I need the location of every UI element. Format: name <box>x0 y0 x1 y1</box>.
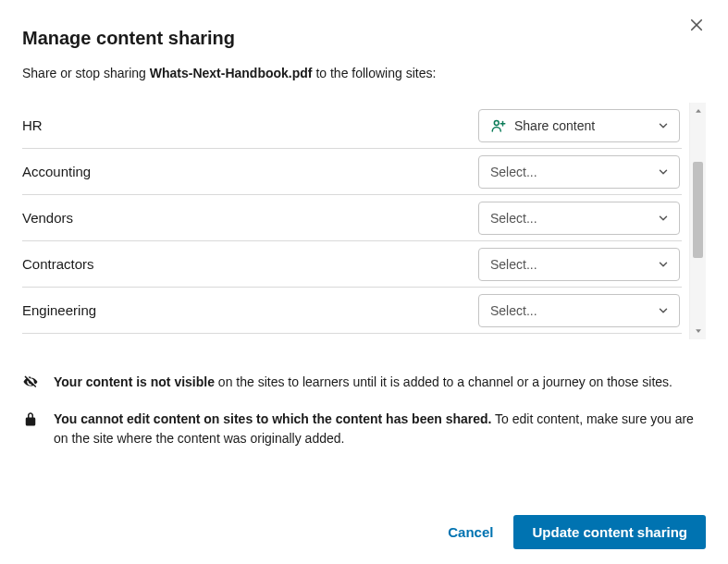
subtitle-filename: Whats-Next-Handbook.pdf <box>150 66 313 80</box>
site-row: Engineering Select... <box>22 288 682 334</box>
update-content-sharing-button[interactable]: Update content sharing <box>513 515 706 549</box>
select-value: Share content <box>514 118 595 133</box>
scroll-thumb[interactable] <box>693 162 703 258</box>
site-name: Contractors <box>22 256 94 272</box>
note-edit-lock: You cannot edit content on sites to whic… <box>22 410 706 448</box>
svg-marker-6 <box>696 329 701 333</box>
note-bold: Your content is not visible <box>54 374 215 389</box>
select-placeholder: Select... <box>490 257 537 272</box>
share-select[interactable]: Select... <box>478 202 680 235</box>
scroll-down-button[interactable] <box>690 323 706 339</box>
share-select[interactable]: Select... <box>478 248 680 281</box>
note-text: Your content is not visible on the sites… <box>54 373 672 395</box>
site-row: Contractors Select... <box>22 241 682 288</box>
dialog-footer: Cancel Update content sharing <box>22 506 706 553</box>
note-bold: You cannot edit content on sites to whic… <box>54 411 491 426</box>
subtitle-prefix: Share or stop sharing <box>22 66 150 80</box>
chevron-down-icon <box>657 119 670 132</box>
site-name: HR <box>22 117 43 133</box>
close-button[interactable] <box>684 13 709 39</box>
visibility-off-icon <box>22 373 41 395</box>
select-placeholder: Select... <box>490 303 537 318</box>
select-placeholder: Select... <box>490 211 537 226</box>
cancel-button[interactable]: Cancel <box>444 517 497 547</box>
manage-content-sharing-dialog: Manage content sharing Share or stop sha… <box>0 0 728 564</box>
site-list: HR Share content Accounting Se <box>22 103 682 339</box>
dialog-subtitle: Share or stop sharing Whats-Next-Handboo… <box>22 66 706 80</box>
note-text: You cannot edit content on sites to whic… <box>54 410 706 448</box>
site-row: Vendors Select... <box>22 195 682 241</box>
site-name: Engineering <box>22 302 96 318</box>
notes-section: Your content is not visible on the sites… <box>22 373 706 462</box>
chevron-down-icon <box>694 325 703 338</box>
site-row: Accounting Select... <box>22 149 682 195</box>
note-visibility: Your content is not visible on the sites… <box>22 373 706 395</box>
svg-marker-5 <box>696 108 701 112</box>
chevron-down-icon <box>657 166 670 178</box>
scrollbar[interactable] <box>689 103 706 339</box>
share-select[interactable]: Select... <box>478 155 680 189</box>
site-name: Accounting <box>22 164 91 179</box>
site-name: Vendors <box>22 210 73 226</box>
lock-icon <box>22 410 41 448</box>
dialog-title: Manage content sharing <box>22 28 706 49</box>
svg-point-2 <box>494 120 499 125</box>
share-select[interactable]: Share content <box>478 109 680 142</box>
chevron-up-icon <box>694 104 703 118</box>
scroll-up-button[interactable] <box>690 103 706 119</box>
chevron-down-icon <box>657 212 670 225</box>
subtitle-suffix: to the following sites: <box>313 66 437 80</box>
chevron-down-icon <box>657 304 670 317</box>
close-icon <box>688 17 705 36</box>
select-placeholder: Select... <box>490 165 537 179</box>
site-row: HR Share content <box>22 103 682 149</box>
site-list-container: HR Share content Accounting Se <box>22 103 706 339</box>
note-rest: on the sites to learners until it is add… <box>215 374 672 389</box>
chevron-down-icon <box>657 258 670 271</box>
share-select[interactable]: Select... <box>478 294 680 327</box>
person-add-icon <box>490 117 507 134</box>
